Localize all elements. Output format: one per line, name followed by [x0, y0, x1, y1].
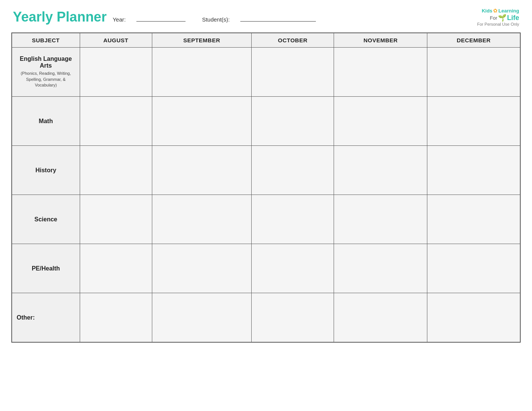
cell-english-november[interactable] [334, 48, 427, 97]
cell-math-december[interactable] [427, 97, 520, 146]
personal-use-text: For Personal Use Only [477, 22, 519, 26]
cell-english-december[interactable] [427, 48, 520, 97]
col-august: AUGUST [80, 33, 152, 48]
cell-pe-august[interactable] [80, 244, 152, 293]
table-row: Science [12, 195, 520, 244]
subject-label: Math [17, 118, 75, 125]
subject-label: PE/Health [17, 265, 75, 272]
header-fields: Year: Student(s): [113, 16, 316, 23]
subject-english: English Language Arts (Phonics, Reading,… [12, 48, 80, 97]
subject-science: Science [12, 195, 80, 244]
students-input-line [240, 21, 316, 22]
table-row: Math [12, 97, 520, 146]
logo-kids-text: Kids [482, 8, 492, 14]
cell-english-august[interactable] [80, 48, 152, 97]
logo-life-text: Life [507, 14, 519, 22]
table-header-row: SUBJECT AUGUST SEPTEMBER OCTOBER NOVEMBE… [12, 33, 520, 48]
cell-english-september[interactable] [152, 48, 251, 97]
header-left: Yearly Planner Year: Student(s): [13, 9, 316, 25]
cell-history-october[interactable] [252, 146, 334, 195]
cell-other-august[interactable] [80, 293, 152, 342]
planner-table: SUBJECT AUGUST SEPTEMBER OCTOBER NOVEMBE… [11, 32, 521, 343]
table-row: History [12, 146, 520, 195]
cell-history-august[interactable] [80, 146, 152, 195]
cell-other-november[interactable] [334, 293, 427, 342]
table-row: Other: [12, 293, 520, 342]
subject-label: Other: [17, 314, 75, 321]
logo-learning-text: Learning [498, 8, 519, 14]
col-subject: SUBJECT [12, 33, 80, 48]
cell-science-november[interactable] [334, 195, 427, 244]
subject-pe-health: PE/Health [12, 244, 80, 293]
cell-science-december[interactable] [427, 195, 520, 244]
logo-gear-icon: ✿ [493, 8, 498, 14]
cell-pe-september[interactable] [152, 244, 251, 293]
cell-other-december[interactable] [427, 293, 520, 342]
cell-math-august[interactable] [80, 97, 152, 146]
cell-history-september[interactable] [152, 146, 251, 195]
subject-other: Other: [12, 293, 80, 342]
cell-science-august[interactable] [80, 195, 152, 244]
logo-plant-icon: 🌱 [498, 14, 506, 22]
logo: Kids ✿ Learning For 🌱 Life For Personal … [477, 8, 519, 26]
cell-history-november[interactable] [334, 146, 427, 195]
subject-label: English Language Arts [17, 56, 75, 69]
col-november: NOVEMBER [334, 33, 427, 48]
subject-math: Math [12, 97, 80, 146]
col-october: OCTOBER [252, 33, 334, 48]
year-label: Year: [113, 16, 125, 23]
table-row: PE/Health [12, 244, 520, 293]
year-input-line [136, 21, 186, 22]
cell-pe-december[interactable] [427, 244, 520, 293]
page-header: Yearly Planner Year: Student(s): Kids ✿ … [11, 8, 521, 26]
logo-brand: Kids ✿ Learning [482, 8, 519, 14]
cell-pe-october[interactable] [252, 244, 334, 293]
cell-english-october[interactable] [252, 48, 334, 97]
header-right: Kids ✿ Learning For 🌱 Life For Personal … [477, 8, 519, 26]
cell-math-november[interactable] [334, 97, 427, 146]
cell-other-september[interactable] [152, 293, 251, 342]
cell-pe-november[interactable] [334, 244, 427, 293]
page-title: Yearly Planner [13, 9, 107, 25]
cell-other-october[interactable] [252, 293, 334, 342]
students-label: Student(s): [202, 16, 230, 23]
cell-science-october[interactable] [252, 195, 334, 244]
table-row: English Language Arts (Phonics, Reading,… [12, 48, 520, 97]
subject-history: History [12, 146, 80, 195]
col-september: SEPTEMBER [152, 33, 251, 48]
logo-bottom: For 🌱 Life [490, 14, 519, 22]
cell-math-september[interactable] [152, 97, 251, 146]
subject-label: History [17, 167, 75, 174]
cell-math-october[interactable] [252, 97, 334, 146]
cell-science-september[interactable] [152, 195, 251, 244]
subject-label: Science [17, 216, 75, 223]
cell-history-december[interactable] [427, 146, 520, 195]
subject-subtitle: (Phonics, Reading, Writing, Spelling, Gr… [17, 71, 75, 88]
logo-for-text: For [490, 15, 497, 21]
col-december: DECEMBER [427, 33, 520, 48]
